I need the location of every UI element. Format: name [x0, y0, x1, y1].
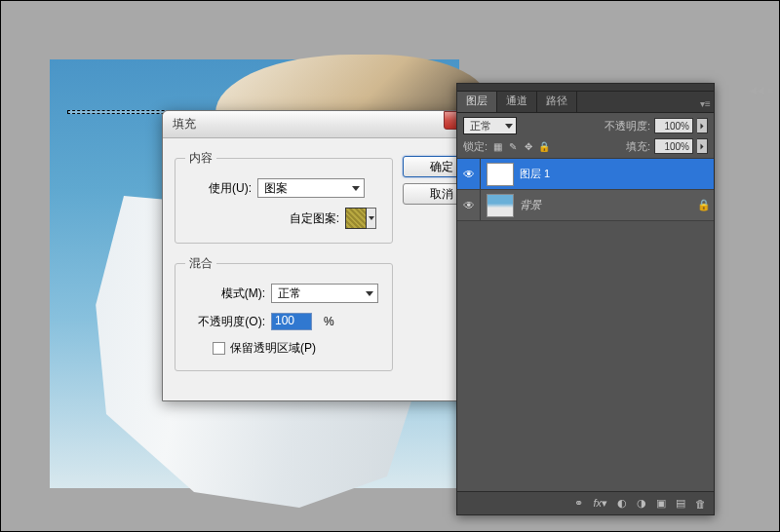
- panel-menu-button[interactable]: ▾≡: [696, 95, 714, 112]
- trash-icon[interactable]: 🗑: [695, 498, 706, 510]
- use-value: 图案: [264, 180, 288, 197]
- mode-label: 模式(M):: [185, 285, 265, 302]
- chevron-down-icon: [505, 124, 513, 129]
- visibility-toggle[interactable]: 👁: [457, 190, 481, 220]
- lock-position-icon[interactable]: ✥: [522, 139, 535, 153]
- pattern-swatch[interactable]: [345, 208, 367, 229]
- lock-label: 锁定:: [463, 139, 488, 154]
- layers-panel: 图层 通道 路径 ▾≡ 正常 不透明度: 100% 锁定: ▦ ✎ ✥ 🔒: [456, 83, 715, 515]
- content-legend: 内容: [185, 150, 216, 167]
- layer-fill-label: 填充:: [626, 139, 650, 154]
- layer-item[interactable]: 👁 背景 🔒: [457, 190, 714, 221]
- panel-tabs: 图层 通道 路径 ▾≡: [457, 92, 714, 113]
- new-layer-icon[interactable]: ▤: [676, 497, 685, 510]
- eye-icon: 👁: [463, 168, 475, 181]
- fill-dialog: 填充 ✕ 内容 使用(U): 图案 自定图案:: [162, 110, 493, 401]
- preserve-transparency-label: 保留透明区域(P): [230, 340, 316, 357]
- eye-icon: 👁: [463, 199, 475, 212]
- content-fieldset: 内容 使用(U): 图案 自定图案:: [175, 150, 393, 244]
- blend-fieldset: 混合 模式(M): 正常 不透明度(O): 100 % 保留透明区域(P): [175, 255, 393, 371]
- custom-pattern-label: 自定图案:: [290, 210, 339, 227]
- opacity-label: 不透明度(O):: [185, 314, 265, 330]
- layer-blend-mode-dropdown[interactable]: 正常: [463, 117, 517, 134]
- visibility-toggle[interactable]: 👁: [457, 159, 481, 189]
- chevron-down-icon: [366, 291, 373, 296]
- preserve-transparency-checkbox[interactable]: [213, 342, 225, 355]
- layer-name[interactable]: 背景: [520, 198, 694, 212]
- opacity-unit: %: [324, 315, 334, 328]
- layer-list: 👁 图层 1 👁 背景 🔒: [457, 159, 714, 490]
- use-dropdown[interactable]: 图案: [257, 178, 365, 198]
- adjustment-layer-icon[interactable]: ◑: [637, 497, 646, 510]
- folder-icon[interactable]: ▣: [656, 497, 666, 510]
- lock-paint-icon[interactable]: ✎: [506, 139, 520, 153]
- lock-all-icon[interactable]: 🔒: [537, 139, 551, 153]
- layer-item[interactable]: 👁 图层 1: [457, 159, 714, 190]
- panel-grip[interactable]: [457, 84, 714, 92]
- fx-icon[interactable]: fx▾: [593, 497, 607, 510]
- mode-dropdown[interactable]: 正常: [271, 284, 378, 303]
- chevron-down-icon: [352, 186, 360, 191]
- link-layers-icon[interactable]: ⚭: [574, 497, 583, 510]
- panel-footer: ⚭ fx▾ ◐ ◑ ▣ ▤ 🗑: [457, 491, 714, 514]
- layer-blend-mode-value: 正常: [470, 119, 491, 133]
- lock-icon: 🔒: [694, 199, 714, 211]
- opacity-flyout-button[interactable]: [697, 118, 708, 133]
- blend-legend: 混合: [185, 255, 216, 272]
- use-label: 使用(U):: [185, 180, 252, 197]
- layer-thumbnail[interactable]: [487, 163, 514, 186]
- tab-paths[interactable]: 路径: [537, 90, 577, 112]
- tab-layers[interactable]: 图层: [457, 90, 497, 112]
- layer-name[interactable]: 图层 1: [520, 167, 714, 181]
- opacity-input[interactable]: 100: [271, 313, 312, 330]
- layer-opacity-input[interactable]: 100%: [654, 118, 693, 133]
- layer-mask-icon[interactable]: ◐: [617, 497, 627, 510]
- layer-thumbnail[interactable]: [487, 194, 514, 217]
- fill-flyout-button[interactable]: [697, 138, 708, 154]
- layer-opacity-label: 不透明度:: [604, 119, 650, 133]
- panel-collapse-arrows[interactable]: ◀◀ ≡: [749, 85, 773, 95]
- pattern-flyout-button[interactable]: [367, 208, 376, 229]
- tab-channels[interactable]: 通道: [497, 90, 537, 112]
- fill-dialog-titlebar[interactable]: 填充 ✕: [163, 111, 492, 138]
- mode-value: 正常: [278, 285, 301, 302]
- lock-transparency-icon[interactable]: ▦: [490, 139, 504, 153]
- layer-fill-input[interactable]: 100%: [654, 138, 693, 154]
- fill-dialog-title: 填充: [173, 116, 444, 133]
